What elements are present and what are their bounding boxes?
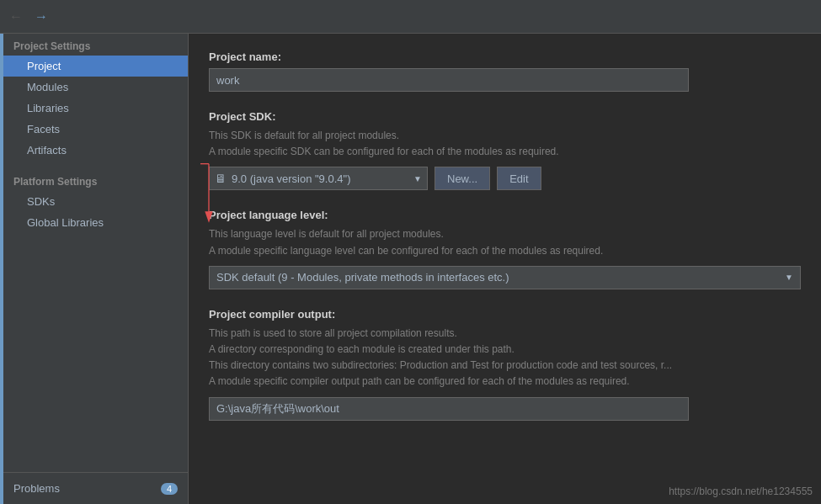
watermark: https://blog.csdn.net/he1234555 xyxy=(669,485,813,497)
sdk-section: Project SDK: This SDK is default for all… xyxy=(209,110,801,190)
problems-badge: 4 xyxy=(161,483,178,495)
problems-label: Problems xyxy=(13,482,60,495)
back-button[interactable]: ← xyxy=(7,8,25,26)
sidebar-item-modules[interactable]: Modules xyxy=(3,77,188,98)
sidebar-item-artifacts[interactable]: Artifacts xyxy=(3,140,188,161)
sdk-icon: 🖥 xyxy=(215,172,227,185)
sdk-dropdown[interactable]: 🖥 9.0 (java version "9.0.4") ▼ xyxy=(209,167,428,190)
compiler-label: Project compiler output: xyxy=(209,308,801,321)
toolbar: ← → xyxy=(0,0,821,34)
sidebar-item-libraries[interactable]: Libraries xyxy=(3,98,188,119)
right-panel: Project name: Project SDK: This SDK is d… xyxy=(189,34,821,504)
lang-dropdown[interactable]: SDK default (9 - Modules, private method… xyxy=(209,266,801,289)
sidebar-bottom: Problems 4 xyxy=(3,472,188,504)
lang-value: SDK default (9 - Modules, private method… xyxy=(216,271,509,284)
sidebar-item-global-libraries[interactable]: Global Libraries xyxy=(3,212,188,233)
sdk-row: 🖥 9.0 (java version "9.0.4") ▼ New... Ed… xyxy=(209,167,801,190)
lang-desc: This language level is default for all p… xyxy=(209,226,801,258)
compiler-section: Project compiler output: This path is us… xyxy=(209,308,801,421)
sidebar-item-sdks[interactable]: SDKs xyxy=(3,191,188,212)
main-content: Project Settings Project Modules Librari… xyxy=(0,34,821,504)
compiler-path-input[interactable] xyxy=(209,397,689,421)
forward-button[interactable]: → xyxy=(32,8,51,26)
sdk-edit-button[interactable]: Edit xyxy=(497,167,541,190)
sdk-label: Project SDK: xyxy=(209,110,801,123)
lang-label: Project language level: xyxy=(209,209,801,221)
sdk-desc: This SDK is default for all project modu… xyxy=(209,128,801,160)
language-section: Project language level: This language le… xyxy=(209,209,801,289)
sidebar-item-facets[interactable]: Facets xyxy=(3,119,188,140)
problems-item[interactable]: Problems 4 xyxy=(3,478,188,499)
project-settings-header: Project Settings xyxy=(3,34,188,56)
sidebar: Project Settings Project Modules Librari… xyxy=(3,34,189,504)
sdk-new-button[interactable]: New... xyxy=(434,167,490,190)
sidebar-item-project[interactable]: Project xyxy=(3,56,188,77)
project-name-section: Project name: xyxy=(209,50,801,92)
project-name-label: Project name: xyxy=(209,50,801,63)
sdk-value: 9.0 (java version "9.0.4") xyxy=(232,172,350,185)
compiler-desc: This path is used to store all project c… xyxy=(209,326,801,390)
lang-dropdown-arrow: ▼ xyxy=(785,273,793,282)
project-name-input[interactable] xyxy=(209,68,689,92)
platform-settings-header: Platform Settings xyxy=(3,169,188,191)
sdk-dropdown-arrow: ▼ xyxy=(413,174,422,183)
